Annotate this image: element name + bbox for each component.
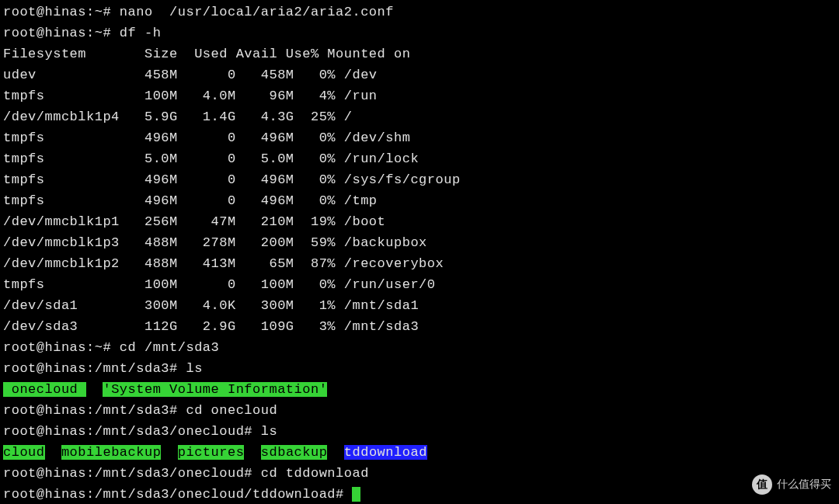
command-line: root@hinas:~# cd /mnt/sda3 xyxy=(3,337,836,358)
command-line: root@hinas:~# df -h xyxy=(3,23,836,43)
ls-gap xyxy=(244,445,260,460)
command-line: root@hinas:/mnt/sda3# ls xyxy=(3,358,836,379)
df-row: /dev/mmcblk1p2 488M 413M 65M 87% /recove… xyxy=(3,253,836,274)
command-line: root@hinas:/mnt/sda3/onecloud# ls xyxy=(3,421,836,442)
df-row: /dev/sda3 112G 2.9G 109G 3% /mnt/sda3 xyxy=(3,316,836,337)
watermark-badge-icon: 值 xyxy=(752,474,772,495)
ls-output: onecloud 'System Volume Information' xyxy=(3,379,836,400)
command-line: root@hinas:~# nano /usr/local/aria2/aria… xyxy=(3,2,836,23)
df-row: tmpfs 5.0M 0 5.0M 0% /run/lock xyxy=(3,148,836,169)
ls-gap xyxy=(86,382,103,397)
df-row: tmpfs 496M 0 496M 0% /sys/fs/cgroup xyxy=(3,169,836,190)
prompt-text: root@hinas:/mnt/sda3/onecloud/tddownload… xyxy=(3,487,352,502)
df-row: tmpfs 100M 4.0M 96M 4% /run xyxy=(3,85,836,106)
watermark-text: 什么值得买 xyxy=(777,474,831,495)
df-header: Filesystem Size Used Avail Use% Mounted … xyxy=(3,43,836,64)
command-line: root@hinas:/mnt/sda3/onecloud/tddownload… xyxy=(3,484,836,504)
ls-entry: pictures xyxy=(178,445,245,460)
df-row: /dev/mmcblk1p4 5.9G 1.4G 4.3G 25% / xyxy=(3,106,836,127)
df-row: udev 458M 0 458M 0% /dev xyxy=(3,64,836,85)
ls-entry: tddownload xyxy=(344,445,427,460)
watermark: 值 什么值得买 xyxy=(752,474,831,495)
cursor-icon xyxy=(352,487,360,502)
terminal-output[interactable]: root@hinas:~# nano /usr/local/aria2/aria… xyxy=(3,2,836,504)
ls-entry: cloud xyxy=(3,445,45,460)
prompt-text: root@hinas:/mnt/sda3/onecloud# cd tddown… xyxy=(3,466,369,481)
ls-gap xyxy=(327,445,343,460)
ls-gap xyxy=(161,445,177,460)
df-row: /dev/sda1 300M 4.0K 300M 1% /mnt/sda1 xyxy=(3,295,836,316)
ls-entry: mobilebackup xyxy=(61,445,161,460)
df-row: /dev/mmcblk1p3 488M 278M 200M 59% /backu… xyxy=(3,232,836,253)
df-row: /dev/mmcblk1p1 256M 47M 210M 19% /boot xyxy=(3,211,836,232)
command-line: root@hinas:/mnt/sda3# cd onecloud xyxy=(3,400,836,421)
command-line: root@hinas:/mnt/sda3/onecloud# cd tddown… xyxy=(3,463,836,484)
ls-output: cloud mobilebackup pictures sdbackup tdd… xyxy=(3,442,836,463)
df-row: tmpfs 100M 0 100M 0% /run/user/0 xyxy=(3,274,836,295)
ls-entry: 'System Volume Information' xyxy=(103,382,327,397)
df-row: tmpfs 496M 0 496M 0% /dev/shm xyxy=(3,127,836,148)
ls-gap xyxy=(45,445,61,460)
ls-entry: onecloud xyxy=(3,382,86,397)
ls-entry: sdbackup xyxy=(261,445,328,460)
df-row: tmpfs 496M 0 496M 0% /tmp xyxy=(3,190,836,211)
